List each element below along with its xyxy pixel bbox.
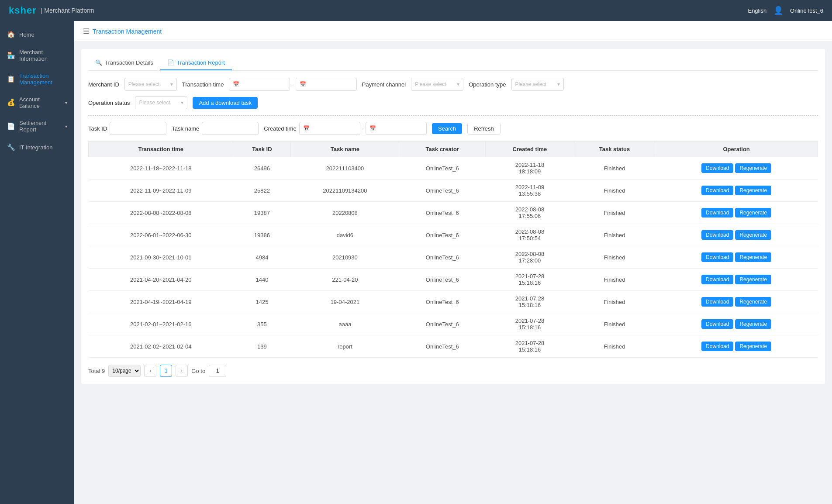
payment-channel-label: Payment channel xyxy=(362,81,406,88)
sidebar-item-transaction-mgmt[interactable]: 📋 Transaction Management xyxy=(0,67,74,91)
cell-2-row-1: 20221109134200 xyxy=(291,180,399,202)
transaction-time-label: Transaction time xyxy=(182,81,224,88)
cell-1-row-7: 355 xyxy=(233,313,291,335)
merchant-id-label: Merchant ID xyxy=(88,81,119,88)
col-task-status: Task status xyxy=(574,142,655,157)
sidebar-item-merchant-info[interactable]: 🏪 Merchant Information xyxy=(0,44,74,67)
cell-status-row-5: Finished xyxy=(574,269,655,291)
table-row: 2021-02-02~2021-02-04139reportOnlineTest… xyxy=(89,335,818,358)
add-download-task-button[interactable]: Add a download task xyxy=(193,97,258,109)
task-id-input[interactable] xyxy=(110,122,166,135)
cell-0-row-2: 2022-08-08~2022-08-08 xyxy=(89,202,233,224)
table-row: 2021-04-19~2021-04-19142519-04-2021Onlin… xyxy=(89,291,818,313)
table-row: 2022-08-08~2022-08-081938720220808Online… xyxy=(89,202,818,224)
cell-operation-row-7: DownloadRegenerate xyxy=(655,313,818,335)
regenerate-button-row-8[interactable]: Regenerate xyxy=(735,342,771,351)
download-button-row-6[interactable]: Download xyxy=(701,297,733,307)
date-to-input[interactable]: 📅 xyxy=(296,78,357,91)
content-card: 🔍 Transaction Details 📄 Transaction Repo… xyxy=(81,49,825,384)
user-icon: 👤 xyxy=(773,6,783,15)
created-time-label: Created time xyxy=(264,125,296,132)
sidebar-item-settlement-report[interactable]: 📄 Settlement Report ▾ xyxy=(0,114,74,138)
cell-1-row-1: 25822 xyxy=(233,180,291,202)
table-row: 2021-09-30~2021-10-01498420210930OnlineT… xyxy=(89,246,818,269)
cell-3-row-2: OnlineTest_6 xyxy=(399,202,486,224)
regenerate-button-row-0[interactable]: Regenerate xyxy=(735,163,771,173)
header-left: ksher | Merchant Platform xyxy=(9,5,94,16)
breadcrumb-text: Transaction Management xyxy=(93,28,162,35)
date-from-input[interactable]: 📅 xyxy=(229,78,290,91)
col-task-creator: Task creator xyxy=(399,142,486,157)
transaction-time-range: 📅 - 📅 xyxy=(229,78,356,91)
tab-transaction-details[interactable]: 🔍 Transaction Details xyxy=(88,56,160,70)
table-row: 2021-02-01~2021-02-16355aaaaOnlineTest_6… xyxy=(89,313,818,335)
menu-icon: ☰ xyxy=(83,27,89,35)
chevron-down-icon: ▾ xyxy=(65,100,67,105)
search-button[interactable]: Search xyxy=(432,123,462,134)
cell-3-row-6: OnlineTest_6 xyxy=(399,291,486,313)
download-button-row-0[interactable]: Download xyxy=(701,163,733,173)
operation-type-select[interactable]: Please select ▾ xyxy=(511,78,564,91)
prev-page-button[interactable]: ‹ xyxy=(144,365,156,377)
total-count: Total 9 xyxy=(88,368,105,374)
regenerate-button-row-3[interactable]: Regenerate xyxy=(735,230,771,240)
regenerate-button-row-2[interactable]: Regenerate xyxy=(735,208,771,217)
sidebar-label-settlement-report: Settlement Report xyxy=(19,120,61,133)
dropdown-arrow: ▾ xyxy=(170,81,173,87)
regenerate-button-row-4[interactable]: Regenerate xyxy=(735,252,771,262)
download-button-row-8[interactable]: Download xyxy=(701,342,733,351)
operation-status-select[interactable]: Please select ▾ xyxy=(135,96,187,109)
filter-row-2: Operation status Please select ▾ Add a d… xyxy=(88,96,818,109)
cell-1-row-2: 19387 xyxy=(233,202,291,224)
download-button-row-7[interactable]: Download xyxy=(701,319,733,329)
tab-transaction-report[interactable]: 📄 Transaction Report xyxy=(160,56,232,70)
dropdown-arrow-3: ▾ xyxy=(557,81,560,87)
cell-4-row-6: 2021-07-28 15:18:16 xyxy=(486,291,574,313)
merchant-id-select[interactable]: Please select ▾ xyxy=(124,78,177,91)
merchant-icon: 🏪 xyxy=(7,52,15,59)
cell-0-row-5: 2021-04-20~2021-04-20 xyxy=(89,269,233,291)
filter-row-1: Merchant ID Please select ▾ Transaction … xyxy=(88,78,818,91)
per-page-select[interactable]: 10/page 20/page 50/page xyxy=(108,365,141,377)
cell-1-row-8: 139 xyxy=(233,335,291,358)
cell-4-row-4: 2022-08-08 17:28:00 xyxy=(486,246,574,269)
download-button-row-5[interactable]: Download xyxy=(701,275,733,284)
goto-label: Go to xyxy=(191,368,205,374)
cell-1-row-4: 4984 xyxy=(233,246,291,269)
created-from-input[interactable]: 📅 xyxy=(299,122,360,135)
report-icon: 📄 xyxy=(167,59,174,66)
sidebar-label-transaction-mgmt: Transaction Management xyxy=(19,72,67,86)
download-button-row-2[interactable]: Download xyxy=(701,208,733,217)
search-icon: 🔍 xyxy=(95,59,102,66)
regenerate-button-row-5[interactable]: Regenerate xyxy=(735,275,771,284)
regenerate-button-row-6[interactable]: Regenerate xyxy=(735,297,771,307)
payment-channel-select[interactable]: Please select ▾ xyxy=(411,78,463,91)
download-button-row-4[interactable]: Download xyxy=(701,252,733,262)
refresh-button[interactable]: Refresh xyxy=(467,123,501,135)
cell-status-row-6: Finished xyxy=(574,291,655,313)
sidebar-label-merchant-info: Merchant Information xyxy=(19,49,67,62)
goto-input[interactable] xyxy=(209,365,226,377)
page-number[interactable]: 1 xyxy=(160,365,172,377)
col-created-time: Created time xyxy=(486,142,574,157)
cell-4-row-2: 2022-08-08 17:55:06 xyxy=(486,202,574,224)
cell-3-row-1: OnlineTest_6 xyxy=(399,180,486,202)
sidebar-item-account-balance[interactable]: 💰 Account Balance ▾ xyxy=(0,91,74,114)
sidebar-item-home[interactable]: 🏠 Home xyxy=(0,25,74,44)
operation-status-placeholder: Please select xyxy=(139,100,170,106)
regenerate-button-row-7[interactable]: Regenerate xyxy=(735,319,771,329)
cell-1-row-0: 26496 xyxy=(233,157,291,180)
username: OnlineTest_6 xyxy=(790,7,823,14)
col-transaction-time: Transaction time xyxy=(89,142,233,157)
operation-type-placeholder: Please select xyxy=(515,81,546,87)
task-name-input[interactable] xyxy=(202,122,259,135)
language-selector[interactable]: English xyxy=(748,7,766,14)
download-button-row-3[interactable]: Download xyxy=(701,230,733,240)
regenerate-button-row-1[interactable]: Regenerate xyxy=(735,186,771,195)
sidebar-item-it-integration[interactable]: 🔧 IT Integration xyxy=(0,138,74,156)
next-page-button[interactable]: › xyxy=(176,365,188,377)
created-to-input[interactable]: 📅 xyxy=(366,122,427,135)
cell-operation-row-8: DownloadRegenerate xyxy=(655,335,818,358)
cell-operation-row-1: DownloadRegenerate xyxy=(655,180,818,202)
download-button-row-1[interactable]: Download xyxy=(701,186,733,195)
